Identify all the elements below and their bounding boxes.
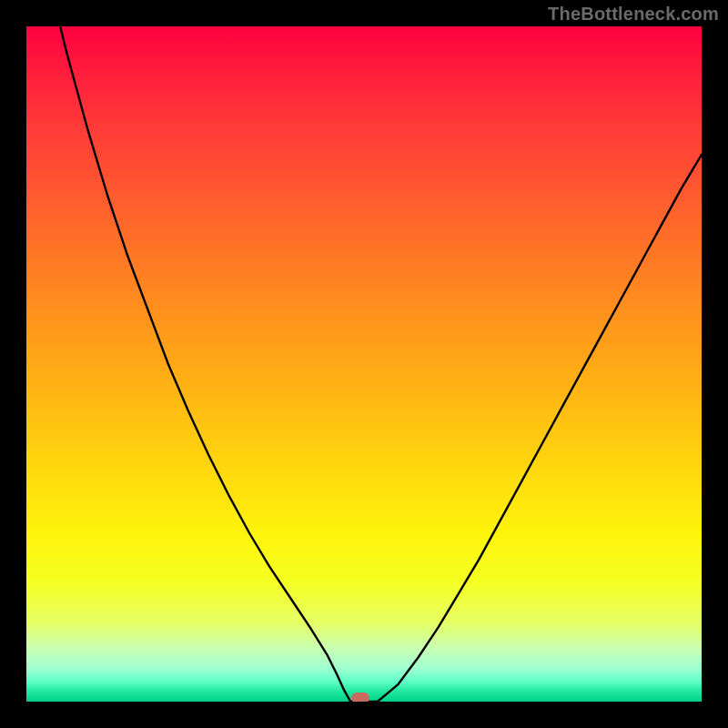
plot-area: [26, 26, 702, 702]
optimal-marker: [351, 693, 369, 702]
watermark-text: TheBottleneck.com: [548, 4, 719, 25]
curve-svg: [26, 26, 702, 702]
chart-frame: TheBottleneck.com: [0, 0, 728, 728]
bottleneck-curve: [26, 26, 702, 702]
